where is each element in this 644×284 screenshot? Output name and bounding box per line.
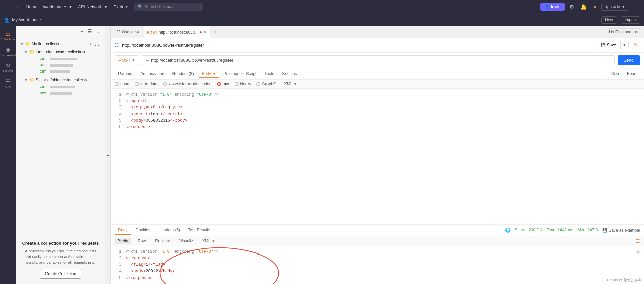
folder-icon: 📁 [25,42,30,46]
no-environment[interactable]: No Environment [606,28,641,35]
globe-icon: 🌐 [505,228,511,233]
tab-beau-right[interactable]: Beau [624,70,640,78]
more-collection-btn[interactable]: … [95,28,102,35]
environments-icon: ◆ [6,46,10,53]
resp-opt-raw[interactable]: Raw [135,238,148,244]
sidebar-item-collections[interactable]: ☷ Collections [1,28,16,43]
body-opt-form-data[interactable]: form-data [135,82,158,86]
sidebar-item-history[interactable]: ↻ History [1,60,16,75]
list-item[interactable]: GET [29,62,102,68]
folder-1-requests: GET GET GET [29,56,102,75]
body-opt-binary[interactable]: binary [235,82,251,86]
collapse-arrow[interactable]: ▶ [105,26,111,284]
collection-header[interactable]: ▼ 📁 My first collection ★ … [19,40,102,48]
filter-icon[interactable]: ☰ [636,238,640,244]
caret-icon: ▼ [24,78,28,82]
settings-icon[interactable]: ⚙ [568,3,575,11]
sidebar-icons: ☷ Collections ◆ Environments ↻ History ☷… [0,26,16,284]
tab-tests[interactable]: Tests [261,70,277,78]
explore-link[interactable]: Explore [113,4,128,9]
code-editor[interactable]: 1 <?xml version="1.0" encoding="UTF-8"?>… [111,89,644,224]
save-button[interactable]: 💾 Save [596,41,621,49]
body-opt-raw[interactable]: raw [217,82,229,86]
add-collection-btn[interactable]: + [79,28,85,35]
resp-opt-visualize[interactable]: Visualize [177,238,198,244]
list-item[interactable]: GET [29,68,102,75]
profile-icon[interactable]: ● [592,3,598,11]
main-content: ☷ Overview POST http://localhost:8080...… [111,26,644,284]
request-label-placeholder [50,69,70,74]
unsaved-dot [200,31,202,33]
create-collection-desc: A collection lets you group related requ… [22,248,99,265]
api-network-dropdown[interactable]: API Network ▼ [78,4,108,9]
resp-tab-test-results[interactable]: Test Results [185,226,214,235]
tab-close-icon[interactable]: ✕ [203,30,207,34]
active-request-tab[interactable]: POST http://localhost:8080... ✕ [144,26,210,38]
code-line-6: 6 </request> [115,124,640,130]
caret-icon: ▼ [24,50,28,54]
sidebar-item-apis[interactable]: ☷ APIs [1,76,16,90]
create-collection-button[interactable]: Create Collection [40,269,81,279]
copy-response-button[interactable]: ⧉ [637,249,640,255]
collection-more-btn[interactable]: … [93,41,101,47]
request-label-placeholder [50,63,73,67]
save-example-button[interactable]: 💾 Save as example [602,228,640,233]
forward-btn[interactable]: → [13,3,20,10]
tab-headers[interactable]: Headers (8) [169,70,197,78]
history-icon: ↻ [6,62,10,69]
star-icon[interactable]: ★ [89,42,92,46]
more-tabs-button[interactable]: … [221,28,228,35]
url-input[interactable] [142,55,614,65]
tab-cookies-right[interactable]: Coo [608,70,622,78]
back-btn[interactable]: ← [4,3,12,10]
method-select[interactable]: POST ▼ [115,55,139,65]
list-item[interactable]: GET [29,84,102,90]
resp-opt-preview[interactable]: Preview [152,238,172,244]
tab-settings[interactable]: Settings [279,70,300,78]
send-button[interactable]: Send [618,55,640,65]
xml-select[interactable]: XML ▼ [284,82,297,86]
save-dropdown-button[interactable]: ▼ [621,41,629,49]
edit-icon-button[interactable]: ✎ [631,41,640,49]
resp-tab-cookies[interactable]: Cookies [132,226,153,235]
folder-2-header[interactable]: ▼ 📁 Second folder inside collection [23,77,102,83]
resp-xml-select[interactable]: XML ▼ [202,239,215,243]
folder-icon: 📁 [29,78,34,82]
code-line-4: 4 <secret>test</secret> [115,111,640,118]
resp-opt-pretty[interactable]: Pretty [115,238,131,244]
resp-tab-headers[interactable]: Headers (5) [155,226,183,235]
notification-icon[interactable]: 🔔 [579,3,588,11]
import-button[interactable]: Import [621,16,640,24]
home-link[interactable]: Home [26,4,38,9]
body-opt-none[interactable]: none [115,82,129,86]
workspace-name: 👤 My Workspace [4,17,597,23]
response-body-options: Pretty Raw Preview Visualize XML ▼ ☰ [111,236,644,246]
overview-tab[interactable]: ☷ Overview [113,26,142,38]
body-opt-urlencoded[interactable]: x-www-form-urlencoded [163,82,211,86]
tab-authorization[interactable]: Authorization [137,70,167,78]
new-button[interactable]: New [601,16,617,24]
list-item[interactable]: GET [29,90,102,96]
minimize-button[interactable]: — [632,3,640,11]
save-icon: 💾 [601,43,606,47]
body-opt-graphql[interactable]: GraphQL [256,82,278,86]
collections-panel: + ☰ … ▼ 📁 My first collection ★ … ▼ � [16,26,105,284]
folder-1: ▼ 📁 First folder inside collection GET G… [23,48,102,75]
invite-button[interactable]: 👤 Invite [540,3,565,11]
workspaces-dropdown[interactable]: Workspaces ▼ [43,4,73,9]
resp-tab-body[interactable]: Body [115,226,131,235]
tab-body[interactable]: Body [199,70,219,78]
tab-pre-request[interactable]: Pre-request Script [220,70,260,78]
upgrade-button[interactable]: Upgrade ▼ [601,3,628,11]
search-bar[interactable]: 🔍 Search Postman [134,3,202,11]
list-item[interactable]: GET [29,56,102,62]
radio-form-data [135,82,139,86]
add-tab-button[interactable]: + [212,28,219,36]
folder-1-header[interactable]: ▼ 📁 First folder inside collection [23,48,102,55]
tab-params[interactable]: Params [115,70,135,78]
request-label-placeholder [50,56,77,61]
code-line-2: 2 <request> [115,98,640,104]
request-url-text: http://localhost:8080/power-restful/regi… [122,43,593,48]
sort-collection-btn[interactable]: ☰ [86,28,93,35]
sidebar-item-environments[interactable]: ◆ Environments [1,44,16,59]
